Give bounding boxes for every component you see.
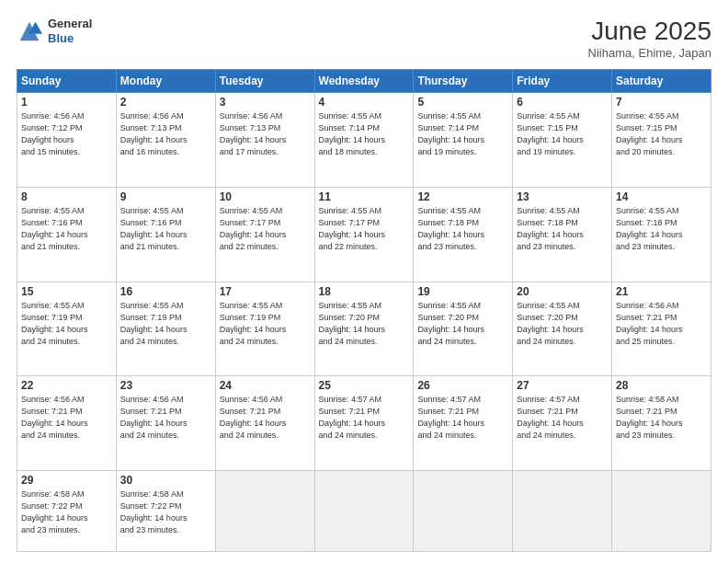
calendar-cell: 19Sunrise: 4:55 AMSunset: 7:20 PMDayligh… — [414, 282, 513, 376]
calendar-cell: 12Sunrise: 4:55 AMSunset: 7:18 PMDayligh… — [414, 187, 513, 282]
calendar-cell: 8Sunrise: 4:55 AMSunset: 7:16 PMDaylight… — [17, 187, 117, 282]
calendar-cell — [414, 471, 513, 552]
calendar-cell: 6Sunrise: 4:55 AMSunset: 7:15 PMDaylight… — [513, 93, 612, 188]
calendar-cell: 1Sunrise: 4:56 AMSunset: 7:12 PMDaylight… — [17, 93, 117, 188]
logo-blue: Blue — [48, 31, 92, 46]
header: General Blue June 2025 Niihama, Ehime, J… — [17, 17, 711, 60]
calendar-cell: 27Sunrise: 4:57 AMSunset: 7:21 PMDayligh… — [513, 376, 612, 471]
calendar-cell: 2Sunrise: 4:56 AMSunset: 7:13 PMDaylight… — [116, 93, 215, 188]
calendar-week-row: 1Sunrise: 4:56 AMSunset: 7:12 PMDaylight… — [17, 93, 711, 188]
calendar-table: SundayMondayTuesdayWednesdayThursdayFrid… — [17, 69, 711, 552]
weekday-header: Tuesday — [215, 70, 314, 93]
calendar-week-row: 8Sunrise: 4:55 AMSunset: 7:16 PMDaylight… — [17, 187, 711, 282]
calendar-cell: 13Sunrise: 4:55 AMSunset: 7:18 PMDayligh… — [513, 187, 612, 282]
calendar-cell: 17Sunrise: 4:55 AMSunset: 7:19 PMDayligh… — [215, 282, 314, 376]
month-title: June 2025 — [588, 17, 711, 46]
calendar-cell: 26Sunrise: 4:57 AMSunset: 7:21 PMDayligh… — [414, 376, 513, 471]
calendar-cell — [215, 471, 314, 552]
weekday-header: Friday — [513, 70, 612, 93]
calendar-cell: 30Sunrise: 4:58 AMSunset: 7:22 PMDayligh… — [116, 471, 215, 552]
logo-general: General — [48, 17, 92, 31]
weekday-header: Monday — [116, 70, 215, 93]
calendar-cell: 14Sunrise: 4:55 AMSunset: 7:18 PMDayligh… — [612, 187, 711, 282]
calendar-cell: 10Sunrise: 4:55 AMSunset: 7:17 PMDayligh… — [215, 187, 314, 282]
calendar-cell: 21Sunrise: 4:56 AMSunset: 7:21 PMDayligh… — [612, 282, 711, 376]
calendar-cell: 5Sunrise: 4:55 AMSunset: 7:14 PMDaylight… — [414, 93, 513, 188]
calendar-cell: 28Sunrise: 4:58 AMSunset: 7:21 PMDayligh… — [612, 376, 711, 471]
logo: General Blue — [17, 17, 92, 45]
title-area: June 2025 Niihama, Ehime, Japan — [588, 17, 711, 60]
calendar-cell: 3Sunrise: 4:56 AMSunset: 7:13 PMDaylight… — [215, 93, 314, 188]
location-subtitle: Niihama, Ehime, Japan — [588, 46, 711, 60]
weekday-header: Wednesday — [314, 70, 414, 93]
logo-icon — [17, 18, 42, 44]
calendar-cell: 16Sunrise: 4:55 AMSunset: 7:19 PMDayligh… — [116, 282, 215, 376]
calendar-week-row: 15Sunrise: 4:55 AMSunset: 7:19 PMDayligh… — [17, 282, 711, 376]
calendar-cell: 20Sunrise: 4:55 AMSunset: 7:20 PMDayligh… — [513, 282, 612, 376]
weekday-header: Sunday — [17, 70, 117, 93]
calendar-cell: 29Sunrise: 4:58 AMSunset: 7:22 PMDayligh… — [17, 471, 117, 552]
calendar-cell: 18Sunrise: 4:55 AMSunset: 7:20 PMDayligh… — [314, 282, 414, 376]
logo-text: General Blue — [48, 17, 92, 45]
calendar-cell — [612, 471, 711, 552]
page: General Blue June 2025 Niihama, Ehime, J… — [0, 0, 728, 563]
calendar-week-row: 29Sunrise: 4:58 AMSunset: 7:22 PMDayligh… — [17, 471, 711, 552]
calendar-week-row: 22Sunrise: 4:56 AMSunset: 7:21 PMDayligh… — [17, 376, 711, 471]
weekday-header: Saturday — [612, 70, 711, 93]
calendar-cell: 9Sunrise: 4:55 AMSunset: 7:16 PMDaylight… — [116, 187, 215, 282]
calendar-cell: 15Sunrise: 4:55 AMSunset: 7:19 PMDayligh… — [17, 282, 117, 376]
calendar-cell: 4Sunrise: 4:55 AMSunset: 7:14 PMDaylight… — [314, 93, 414, 188]
calendar-cell: 11Sunrise: 4:55 AMSunset: 7:17 PMDayligh… — [314, 187, 414, 282]
weekday-header: Thursday — [414, 70, 513, 93]
calendar-cell: 22Sunrise: 4:56 AMSunset: 7:21 PMDayligh… — [17, 376, 117, 471]
calendar-cell: 24Sunrise: 4:56 AMSunset: 7:21 PMDayligh… — [215, 376, 314, 471]
calendar-cell: 25Sunrise: 4:57 AMSunset: 7:21 PMDayligh… — [314, 376, 414, 471]
calendar-cell — [314, 471, 414, 552]
calendar-cell — [513, 471, 612, 552]
calendar-cell: 7Sunrise: 4:55 AMSunset: 7:15 PMDaylight… — [612, 93, 711, 188]
calendar-cell: 23Sunrise: 4:56 AMSunset: 7:21 PMDayligh… — [116, 376, 215, 471]
